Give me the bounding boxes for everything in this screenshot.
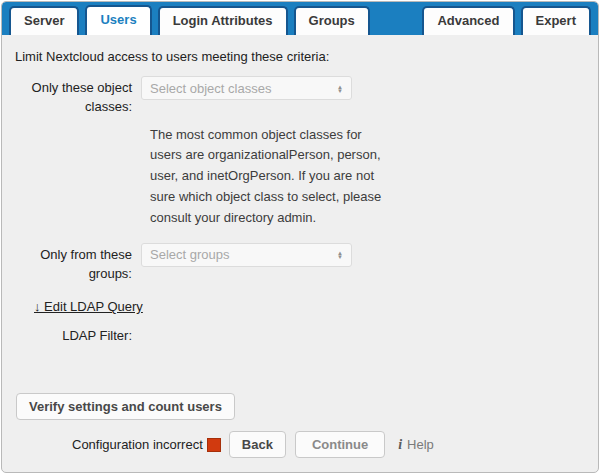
ldap-wizard-dialog: Server Users Login Attributes Groups Adv… bbox=[1, 1, 599, 473]
tab-server[interactable]: Server bbox=[9, 6, 79, 35]
help-link[interactable]: i Help bbox=[398, 437, 434, 453]
ldap-filter-row: LDAP Filter: bbox=[14, 324, 586, 346]
verify-settings-button[interactable]: Verify settings and count users bbox=[16, 393, 235, 420]
object-classes-select[interactable]: Select object classes ▲▼ bbox=[141, 76, 352, 100]
continue-button[interactable]: Continue bbox=[295, 431, 385, 458]
ldap-filter-label: LDAP Filter: bbox=[14, 324, 141, 346]
select-arrows-icon: ▲▼ bbox=[337, 84, 343, 93]
wizard-footer: Verify settings and count users Configur… bbox=[16, 393, 584, 458]
tab-login-attributes[interactable]: Login Attributes bbox=[158, 6, 288, 35]
groups-placeholder: Select groups bbox=[150, 247, 230, 262]
groups-row: Only from these groups: Select groups ▲▼ bbox=[14, 243, 586, 284]
tab-groups[interactable]: Groups bbox=[294, 6, 370, 35]
object-classes-placeholder: Select object classes bbox=[150, 81, 271, 96]
object-classes-row: Only these object classes: Select object… bbox=[14, 76, 586, 117]
back-button[interactable]: Back bbox=[229, 431, 286, 458]
groups-select[interactable]: Select groups ▲▼ bbox=[141, 243, 352, 267]
select-arrows-icon: ▲▼ bbox=[337, 250, 343, 259]
object-classes-help-text: The most common object classes for users… bbox=[150, 125, 384, 229]
groups-label: Only from these groups: bbox=[14, 243, 141, 284]
configuration-status-text: Configuration incorrect bbox=[72, 437, 203, 452]
help-link-label: Help bbox=[407, 437, 434, 452]
tab-bar: Server Users Login Attributes Groups Adv… bbox=[2, 2, 598, 35]
info-icon: i bbox=[398, 437, 402, 453]
error-status-icon bbox=[207, 438, 221, 452]
tab-advanced[interactable]: Advanced bbox=[422, 6, 514, 35]
intro-text: Limit Nextcloud access to users meeting … bbox=[15, 49, 586, 64]
edit-ldap-query-link[interactable]: ↓ Edit LDAP Query bbox=[34, 299, 143, 314]
wizard-controls: Configuration incorrect Back Continue i … bbox=[72, 431, 584, 458]
users-tab-panel: Limit Nextcloud access to users meeting … bbox=[2, 35, 598, 473]
object-classes-label: Only these object classes: bbox=[14, 76, 141, 117]
tab-expert[interactable]: Expert bbox=[521, 6, 591, 35]
tab-users[interactable]: Users bbox=[85, 5, 151, 35]
